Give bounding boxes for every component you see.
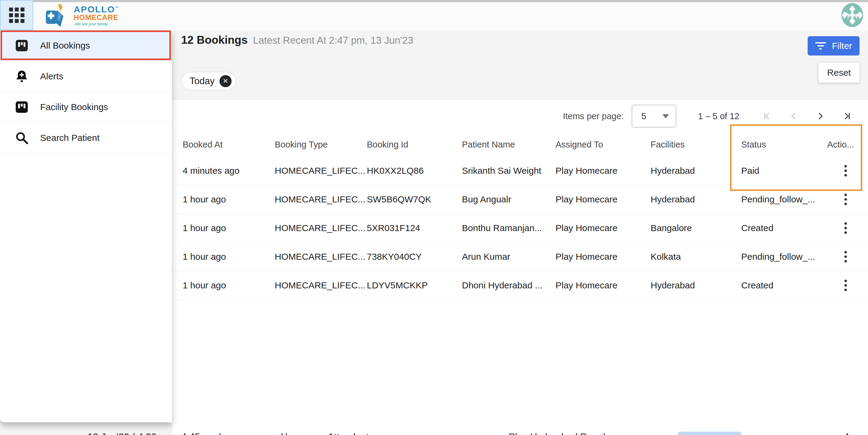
cell-booking-type: HOMECARE_LIFEC... xyxy=(275,166,367,176)
column-header-status: Status xyxy=(741,140,827,149)
clipped-text-fragment: Homecare Attendant xyxy=(281,431,369,435)
pagination-range-label: 1 – 5 of 12 xyxy=(698,111,739,121)
sidebar-item-alerts[interactable]: Alerts xyxy=(0,61,172,92)
row-actions-kebab-icon[interactable] xyxy=(843,249,849,264)
column-header-facilities: Facilities xyxy=(651,140,741,149)
filter-icon xyxy=(815,42,826,49)
cell-assigned-to: Play Homecare xyxy=(556,166,651,176)
table-row: 1 hour agoHOMECARE_LIFEC...LDYV5MCKKPDho… xyxy=(172,271,868,300)
cell-status: Pending_follow_... xyxy=(741,194,827,204)
page-title-row: 12 Bookings Latest Recent At 2:47 pm, 13… xyxy=(181,34,413,46)
sidebar-item-all-bookings[interactable]: All Bookings xyxy=(0,30,172,61)
last-updated-text: Latest Recent At 2:47 pm, 13 Jun'23 xyxy=(253,35,413,46)
board-icon xyxy=(14,38,29,53)
sidebar-item-facility-bookings[interactable]: Facility Bookings xyxy=(0,92,172,123)
filter-button-label: Filter xyxy=(832,41,852,51)
chevron-right-icon xyxy=(815,111,826,121)
column-header-booking-id: Booking Id xyxy=(367,140,462,149)
table-row: 1 hour agoHOMECARE_LIFEC...SW5B6QW7QKBug… xyxy=(172,185,868,214)
first-page-button[interactable] xyxy=(754,106,780,126)
column-header-assigned-to: Assigned To xyxy=(556,140,651,149)
next-page-button[interactable] xyxy=(807,106,834,126)
cell-facilities: Bangalore xyxy=(651,223,741,233)
cell-facilities: Hyderabad xyxy=(651,166,741,176)
pagination-controls xyxy=(754,106,860,126)
apollo-logo-mark xyxy=(45,3,71,28)
column-header-booked-at: Booked At xyxy=(183,140,275,149)
table-header-row: Booked AtBooking TypeBooking IdPatient N… xyxy=(172,132,868,157)
bookings-table: Booked AtBooking TypeBooking IdPatient N… xyxy=(172,132,868,300)
sidebar-item-label: Search Patient xyxy=(40,133,100,143)
reset-button[interactable]: Reset xyxy=(818,63,860,82)
table-body: 4 minutes agoHOMECARE_LIFEC...HK0XX2LQ86… xyxy=(172,157,868,300)
apps-grid-button[interactable] xyxy=(0,0,33,30)
sidebar-item-label: Facility Bookings xyxy=(40,102,108,112)
cell-booked-at: 1 hour ago xyxy=(183,280,275,291)
row-actions-kebab-icon[interactable] xyxy=(843,221,849,236)
cell-patient-name: Bug Angualr xyxy=(462,194,556,204)
items-per-page-label: Items per page: xyxy=(563,111,624,121)
clipped-status-badge: ACCEPTED xyxy=(678,432,742,435)
logo-word-apollo: APOLLO™ xyxy=(74,5,119,14)
cell-status: Pending_follow_... xyxy=(741,252,827,262)
user-avatar[interactable] xyxy=(841,3,863,27)
cell-actions xyxy=(827,278,868,293)
sidebar-item-search-patient[interactable]: Search Patient xyxy=(0,123,172,153)
avatar-identicon-icon xyxy=(841,3,863,27)
chip-label: Today xyxy=(190,76,215,87)
cell-booking-id: HK0XX2LQ86 xyxy=(367,166,462,176)
last-page-button[interactable] xyxy=(834,106,860,126)
column-header-booking-type: Booking Type xyxy=(275,140,367,149)
clipped-text-fragment: 13 Jun'23 ( 4:30 pm - 4:45 pm ) xyxy=(88,431,222,435)
apollo-homecare-logo: APOLLO™ HOMECARE -We are your family- xyxy=(45,3,119,28)
row-actions-kebab-icon[interactable] xyxy=(843,278,849,293)
sidebar: All Bookings Alerts Facility Bookings Se… xyxy=(0,30,172,422)
cell-booked-at: 4 minutes ago xyxy=(183,166,275,176)
first-page-icon xyxy=(762,111,772,121)
cell-booked-at: 1 hour ago xyxy=(183,223,275,233)
pagination-row: Items per page: 5 1 – 5 of 12 xyxy=(172,100,868,132)
cell-booking-type: HOMECARE_LIFEC... xyxy=(275,223,367,233)
cell-assigned-to: Play Homecare xyxy=(556,280,651,291)
cell-booking-id: LDYV5MCKKP xyxy=(367,280,462,291)
row-actions-kebab-icon[interactable] xyxy=(843,163,849,178)
cell-actions xyxy=(827,249,868,264)
cell-booking-type: HOMECARE_LIFEC... xyxy=(275,252,367,262)
column-header-actions: Actio... xyxy=(827,140,868,149)
filter-chip-today[interactable]: Today ✕ xyxy=(181,72,237,91)
clipped-text-fragment: 4 xyxy=(844,431,849,435)
sidebar-item-label: All Bookings xyxy=(40,40,90,51)
clipped-text-fragment: Play Hyderabad Regul... xyxy=(509,431,614,435)
cell-assigned-to: Play Homecare xyxy=(556,223,651,233)
alert-bell-icon xyxy=(14,69,29,83)
filter-button[interactable]: Filter xyxy=(808,36,860,56)
cell-patient-name: Bonthu Ramanjan... xyxy=(462,223,556,233)
column-header-patient-name: Patient Name xyxy=(462,140,556,149)
board-icon xyxy=(14,100,29,114)
search-icon xyxy=(14,131,29,145)
cell-facilities: Hyderabad xyxy=(651,280,741,291)
cell-facilities: Hyderabad xyxy=(651,194,741,204)
cell-assigned-to: Play Homecare xyxy=(556,252,651,262)
cell-actions xyxy=(827,221,868,236)
table-row: 1 hour agoHOMECARE_LIFEC...5XR031F124Bon… xyxy=(172,214,868,242)
cell-facilities: Kolkata xyxy=(651,252,741,262)
cell-booking-id: 738KY040CY xyxy=(367,252,462,262)
grid-icon xyxy=(9,7,25,23)
chip-close-icon[interactable]: ✕ xyxy=(219,75,231,87)
clipped-bottom-row: 13 Jun'23 ( 4:30 pm - 4:45 pm )Homecare … xyxy=(0,431,868,435)
top-bar: APOLLO™ HOMECARE -We are your family- xyxy=(0,0,868,30)
sidebar-item-label: Alerts xyxy=(40,71,63,81)
chevron-left-icon xyxy=(788,111,799,121)
cell-booking-id: 5XR031F124 xyxy=(367,223,462,233)
cell-patient-name: Srikanth Sai Weight xyxy=(462,166,556,176)
items-per-page-select[interactable]: 5 xyxy=(631,105,676,128)
row-actions-kebab-icon[interactable] xyxy=(843,192,849,207)
previous-page-button[interactable] xyxy=(780,106,807,126)
last-page-icon xyxy=(842,111,852,121)
cell-booking-type: HOMECARE_LIFEC... xyxy=(275,280,367,291)
cell-booking-type: HOMECARE_LIFEC... xyxy=(275,194,367,204)
page-title: 12 Bookings xyxy=(181,34,248,46)
cell-patient-name: Arun Kumar xyxy=(462,252,556,262)
table-row: 1 hour agoHOMECARE_LIFEC...738KY040CYAru… xyxy=(172,242,868,271)
